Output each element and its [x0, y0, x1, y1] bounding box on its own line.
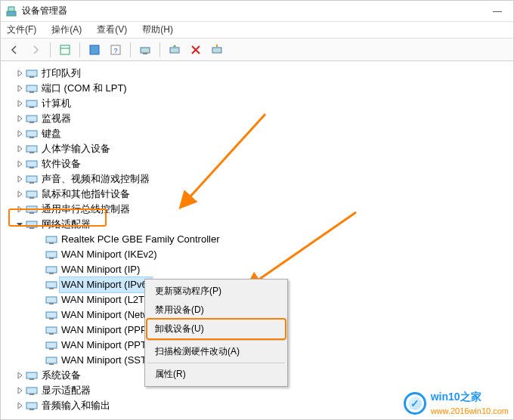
disable-button[interactable]	[208, 42, 226, 58]
expander-icon[interactable]	[14, 115, 25, 122]
watermark-brand: win10之家	[431, 391, 481, 403]
tree-category[interactable]: 通用串行总线控制器	[14, 202, 510, 217]
expander-icon[interactable]	[14, 100, 25, 107]
svg-rect-37	[46, 267, 57, 273]
context-disable-device[interactable]: 禁用设备(D)	[147, 301, 285, 320]
svg-rect-52	[29, 378, 34, 380]
expander-icon[interactable]	[14, 387, 25, 394]
tree-network-child[interactable]: WAN Miniport (IKEv2)	[34, 247, 510, 262]
toolbar-separator	[130, 42, 131, 57]
help-button[interactable]: ?	[107, 42, 125, 58]
menu-file[interactable]: 文件(F)	[4, 22, 39, 38]
svg-rect-22	[29, 152, 34, 153]
svg-rect-31	[26, 221, 37, 227]
tree-item-label: 端口 (COM 和 LPT)	[40, 81, 128, 96]
show-hide-tree-button[interactable]	[56, 42, 74, 58]
tree-category[interactable]: 声音、视频和游戏控制器	[14, 171, 510, 187]
tree-item-label: WAN Miniport (IP)	[60, 262, 141, 277]
menu-view[interactable]: 查看(V)	[94, 22, 130, 38]
svg-rect-47	[46, 342, 57, 348]
tree-item-label: WAN Miniport (PPTP)	[60, 338, 158, 353]
watermark: ✓ win10之家 www.2016win10.com	[404, 391, 509, 416]
tree-category[interactable]: 键盘	[14, 126, 510, 141]
network-adapter-icon	[25, 218, 39, 230]
device-icon	[25, 203, 39, 215]
svg-rect-0	[7, 11, 16, 16]
device-icon	[25, 128, 39, 140]
device-icon	[25, 369, 39, 381]
expander-icon[interactable]	[14, 160, 25, 168]
device-icon	[25, 82, 39, 94]
tree-item-label: 键盘	[40, 126, 63, 141]
expander-icon[interactable]	[14, 190, 25, 198]
tree-network-child[interactable]: WAN Miniport (IP)	[34, 262, 510, 277]
menu-help[interactable]: 帮助(H)	[139, 22, 176, 38]
device-icon	[25, 67, 39, 79]
svg-rect-2	[60, 45, 70, 54]
tree-category[interactable]: 端口 (COM 和 LPT)	[14, 81, 510, 96]
watermark-logo: ✓	[404, 392, 426, 415]
svg-rect-27	[26, 191, 37, 197]
svg-rect-42	[49, 303, 54, 304]
expander-icon[interactable]	[14, 372, 25, 379]
expander-icon[interactable]	[14, 175, 25, 183]
menu-action[interactable]: 操作(A)	[48, 22, 85, 38]
context-properties[interactable]: 属性(R)	[147, 365, 285, 384]
svg-rect-21	[26, 146, 37, 152]
tree-category[interactable]: 鼠标和其他指针设备	[14, 187, 510, 202]
svg-rect-32	[29, 227, 34, 229]
svg-rect-1	[8, 7, 14, 11]
context-uninstall-device[interactable]: 卸载设备(U)	[147, 320, 285, 338]
svg-rect-24	[29, 167, 34, 168]
svg-rect-55	[26, 403, 37, 409]
svg-rect-35	[46, 252, 57, 258]
window-title: 设备管理器	[22, 5, 67, 17]
network-adapter-icon	[45, 233, 58, 246]
tree-category[interactable]: 软件设备	[14, 156, 510, 171]
expander-icon[interactable]	[14, 402, 25, 409]
tree-item-label: WAN Miniport (IKEv2)	[60, 247, 159, 262]
svg-rect-34	[49, 242, 54, 244]
minimize-button[interactable]: —	[486, 6, 509, 17]
expander-icon[interactable]	[14, 85, 25, 92]
properties-button[interactable]	[85, 42, 104, 58]
forward-button[interactable]	[26, 42, 45, 58]
network-adapter-icon	[45, 264, 58, 276]
expander-icon[interactable]	[14, 69, 25, 77]
context-update-driver[interactable]: 更新驱动程序(P)	[147, 282, 285, 301]
expander-icon[interactable]	[14, 145, 25, 153]
update-driver-button[interactable]	[166, 42, 184, 58]
network-adapter-icon	[45, 279, 58, 291]
network-adapter-icon	[45, 354, 58, 366]
svg-rect-36	[49, 258, 54, 259]
tree-network-adapters[interactable]: 网络适配器	[14, 217, 510, 232]
tree-category[interactable]: 计算机	[14, 96, 510, 111]
tree-category[interactable]: 人体学输入设备	[14, 141, 510, 156]
svg-rect-14	[29, 91, 34, 93]
tree-network-child[interactable]: Realtek PCIe GBE Family Controller	[34, 232, 510, 247]
tree-item-label: WAN Miniport (IPv6)	[60, 277, 152, 292]
svg-rect-17	[26, 116, 37, 122]
toolbar-separator	[50, 42, 51, 57]
expander-icon[interactable]	[14, 221, 25, 228]
tree-category[interactable]: 打印队列	[14, 66, 510, 81]
svg-rect-51	[26, 372, 37, 378]
svg-rect-30	[29, 212, 34, 214]
svg-rect-53	[26, 388, 37, 394]
device-icon	[25, 97, 39, 110]
tree-item-label: 人体学输入设备	[40, 141, 112, 156]
tree-item-label: 显示适配器	[40, 383, 92, 398]
expander-icon[interactable]	[14, 130, 25, 137]
context-separator	[147, 363, 285, 363]
tree-item-label: 软件设备	[40, 156, 82, 171]
uninstall-button[interactable]	[187, 42, 205, 58]
svg-rect-4	[90, 45, 99, 54]
tree-category[interactable]: 监视器	[14, 111, 510, 126]
expander-icon[interactable]	[14, 205, 25, 213]
context-scan-hardware[interactable]: 扫描检测硬件改动(A)	[147, 342, 285, 361]
titlebar: 设备管理器 —	[1, 1, 513, 22]
back-button[interactable]	[5, 42, 23, 58]
scan-hardware-button[interactable]	[136, 42, 154, 58]
svg-rect-48	[49, 348, 54, 350]
svg-rect-41	[46, 297, 57, 303]
